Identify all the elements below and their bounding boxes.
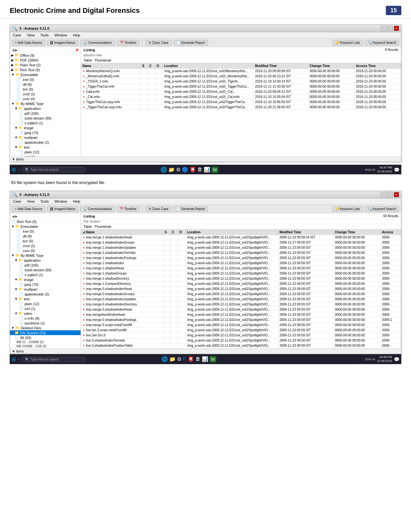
table-row[interactable]: ✕MontereyKitchenQ.m4v /img_p-work-usb-20… bbox=[81, 69, 401, 74]
menu-window-2[interactable]: Window bbox=[54, 199, 68, 204]
tree-item-plaintext[interactable]: ▶ 📁 Plain Text (2) bbox=[10, 63, 81, 67]
table-row[interactable]: ✕_TiggerTheCat.copy.m4v /img_p-work-usb-… bbox=[81, 105, 401, 110]
tree-item-video-2[interactable]: ▼ 📁 video bbox=[10, 311, 81, 316]
add-data-source-button-2[interactable]: + Add Data Source bbox=[12, 206, 45, 212]
tree-item-office[interactable]: ▶ 📁 Office (9) bbox=[10, 53, 81, 58]
col-modified-1[interactable]: Modified Time bbox=[254, 63, 308, 69]
tree-item-image-2[interactable]: ▼ 📁 image bbox=[10, 277, 81, 282]
col-o-2[interactable]: O bbox=[178, 230, 186, 235]
tree-item-jpeg-2[interactable]: 📄 jpeg (70) bbox=[10, 282, 81, 287]
taskbar-app-edge-2[interactable]: 🌐 bbox=[161, 356, 168, 363]
taskbar-app-folder-2[interactable]: 📁 bbox=[169, 356, 176, 363]
close-case-button-1[interactable]: ✕ Close Case bbox=[145, 40, 171, 45]
taskbar-app-edge-1[interactable]: 🌐 bbox=[161, 167, 167, 173]
keyword-lists-button-2[interactable]: 🔑 Keyword Lists bbox=[332, 206, 363, 212]
table-scroll-1[interactable]: Name S C O Location Modified Time Change… bbox=[81, 63, 401, 157]
tree-item-sqlite[interactable]: 📄 x-sqlite3 (1) bbox=[10, 121, 81, 125]
images-videos-button-2[interactable]: 🖼 Images/Videos bbox=[47, 206, 78, 212]
table-row[interactable]: ✕tmp.merge.1.shadowIndexGroups /img_p-wo… bbox=[81, 240, 401, 245]
taskbar-search-1[interactable]: 🔍 Type here to search bbox=[22, 167, 86, 172]
menu-case-2[interactable]: Case bbox=[12, 199, 22, 204]
menu-view-1[interactable]: View bbox=[26, 33, 36, 37]
col-s-2[interactable]: S bbox=[163, 230, 170, 235]
images-videos-button-1[interactable]: 🖼 Images/Videos bbox=[47, 40, 78, 45]
nav-forward-2[interactable]: ▶ bbox=[15, 215, 18, 218]
col-access-1[interactable]: Access Time bbox=[355, 63, 401, 69]
tree-item-octetstream-2[interactable]: 📄 octet-stream (90) bbox=[10, 267, 81, 272]
tree-item-application-2[interactable]: ▼ 📁 application bbox=[10, 258, 81, 263]
menu-case-1[interactable]: Case bbox=[12, 33, 22, 37]
tree-item-pdf-mime[interactable]: 📄 pdf (165) bbox=[10, 111, 81, 116]
tree-item-com-2[interactable]: 📄 .com (0) bbox=[10, 248, 81, 253]
minimize-button-1[interactable]: ─ bbox=[381, 26, 386, 31]
nav-back-1[interactable]: ◀ bbox=[12, 48, 15, 52]
tree-item-bymime[interactable]: ▼ 📁 By MIME Type bbox=[10, 101, 81, 106]
tree-item-pdf-mime-2[interactable]: 📄 pdf (165) bbox=[10, 263, 81, 267]
nav-forward-1[interactable]: ▶ bbox=[15, 48, 18, 52]
tree-item-text-2[interactable]: ▼ 📁 text bbox=[10, 296, 81, 301]
table-row[interactable]: ✕_MontereyKitKatQ.m4v /img_p-work-usb-20… bbox=[81, 74, 401, 79]
col-change-1[interactable]: Change Time bbox=[308, 63, 355, 69]
tree-item-dll[interactable]: 📄 .dll (8) bbox=[10, 82, 81, 87]
tree-item-text[interactable]: ▼ 📁 text bbox=[10, 145, 81, 150]
table-row[interactable]: ✕live.3ve.Srv.3: /img_p-work-usb-2009-12… bbox=[81, 333, 401, 338]
tree-item-exe[interactable]: 📄 .exe (0) bbox=[10, 77, 81, 82]
taskbar-app-b3[interactable]: 📮 bbox=[188, 356, 194, 363]
start-icon-2[interactable]: ⊞ bbox=[12, 356, 16, 363]
close-button-2[interactable]: ✕ bbox=[394, 192, 399, 197]
table-row[interactable]: ✕live.3.shadowIndexTermIds /img_p-work-u… bbox=[81, 338, 401, 343]
taskbar-app-b2[interactable]: P bbox=[183, 356, 186, 363]
tree-item-exe-2[interactable]: 📄 .exe (0) bbox=[10, 229, 81, 234]
tree-item-xml[interactable]: 📄 xml (1) bbox=[10, 154, 81, 157]
table-row[interactable]: ✕tmp.merge.1.shadowIndex /img_p-work-usb… bbox=[81, 261, 401, 266]
keyword-lists-button-1[interactable]: 🔑 Keyword Lists bbox=[332, 40, 363, 45]
menu-window-1[interactable]: Window bbox=[54, 33, 68, 37]
add-data-source-button-1[interactable]: + Add Data Source bbox=[12, 40, 45, 45]
tree-item-image[interactable]: ▼ 📁 image bbox=[10, 125, 81, 130]
thumbnail-view-1[interactable]: Thumbnail bbox=[94, 58, 111, 62]
tree-item-all-2[interactable]: 📄 All (93) bbox=[10, 335, 81, 340]
tree-item-bvr[interactable]: 📄 .bvr (0) bbox=[10, 87, 81, 92]
taskbar-app-1[interactable]: ⚙ bbox=[176, 167, 181, 173]
tree-item-sqlite-2[interactable]: 📄 x-sqlite3 (1) bbox=[10, 272, 81, 277]
generate-report-button-1[interactable]: 📄 Generate Report bbox=[173, 40, 208, 45]
keyword-search-button-2[interactable]: 🔍 Keyword Search bbox=[365, 206, 399, 212]
tree-item-octetstream[interactable]: 📄 octet-stream (90) bbox=[10, 116, 81, 121]
col-location-2[interactable]: Location bbox=[186, 230, 278, 235]
table-row[interactable]: ✕tmp.merge.0.shadowIndexGroups /img_p-wo… bbox=[81, 292, 401, 297]
taskbar-notification-1[interactable]: 💬 bbox=[394, 167, 399, 172]
table-row[interactable]: ✕tmp.merge.1.shadowDirectory /img_p-work… bbox=[81, 276, 401, 281]
col-o-1[interactable]: O bbox=[155, 63, 163, 69]
table-row[interactable]: ✕TiggerTheCat.copy.m4v /img_p-work-usb-2… bbox=[81, 100, 401, 105]
table-row[interactable]: ✕tmp.merge.0.shadowIndexDirectory /img_p… bbox=[81, 302, 401, 307]
table-row[interactable]: ✕tmp.merge.1.shadowIndexUpdates /img_p-w… bbox=[81, 245, 401, 250]
taskbar-app-5[interactable]: 📊 bbox=[204, 167, 210, 173]
tree-item-deleted-2[interactable]: ▼ 📁 Deleted Files bbox=[10, 325, 81, 330]
tree-item-appledouble-2[interactable]: 📄 appledouble (2) bbox=[10, 292, 81, 296]
tree-item-quicktime-2[interactable]: 📄 quicktime (2) bbox=[10, 321, 81, 325]
table-row[interactable]: ✕tmp.merge.1.CompactDirectory /img_p-wor… bbox=[81, 281, 401, 286]
taskbar-app-b1[interactable]: ⚙ bbox=[177, 356, 181, 363]
tree-item-cmd[interactable]: 📄 .cmd (2) bbox=[10, 92, 81, 96]
table-row[interactable]: ✕CatLev4v /img_p-work-usb-2009-12-11.E01… bbox=[81, 89, 401, 94]
taskbar-search-2[interactable]: 🔍 Type here to search bbox=[22, 357, 86, 362]
tree-item-plain[interactable]: 📄 plain (12) bbox=[10, 150, 81, 154]
table-row[interactable]: ✕tmp.merge.1.shadowIndexTermIds /img_p-w… bbox=[81, 250, 401, 256]
table-row[interactable]: ✕tmp.merge.0.shadowIndexUpdates /img_p-w… bbox=[81, 297, 401, 302]
table-view-2[interactable]: Table bbox=[83, 225, 92, 228]
thumbnail-view-2[interactable]: Thumbnail bbox=[94, 225, 111, 228]
menu-view-2[interactable]: View bbox=[26, 199, 36, 204]
taskbar-app-b4[interactable]: 🗑 bbox=[195, 356, 201, 363]
table-row[interactable]: ✕tmp.mergeAvoidIndexHead /img_p-work-usb… bbox=[81, 312, 401, 317]
col-c-1[interactable]: C bbox=[148, 63, 155, 69]
close-case-button-2[interactable]: ✕ Close Case bbox=[145, 206, 171, 212]
generate-report-button-2[interactable]: 📄 Generate Report bbox=[173, 206, 208, 212]
tree-item-com[interactable]: 📄 .com (0) bbox=[10, 96, 81, 101]
menu-help-2[interactable]: Help bbox=[72, 199, 81, 204]
table-row[interactable]: ✕_TiggerTheCat.m4v /img_p-work-usb-2009-… bbox=[81, 84, 401, 89]
table-row[interactable]: ✕tmp.merge.1.shadowIndexPostings /img_p-… bbox=[81, 256, 401, 261]
tree-item-multipart[interactable]: ▼ 📁 multipart bbox=[10, 135, 81, 140]
col-access-2[interactable]: Access bbox=[380, 230, 401, 235]
col-s-1[interactable]: S bbox=[141, 63, 148, 69]
timeline-button-2[interactable]: 📅 Timeline bbox=[117, 206, 139, 212]
